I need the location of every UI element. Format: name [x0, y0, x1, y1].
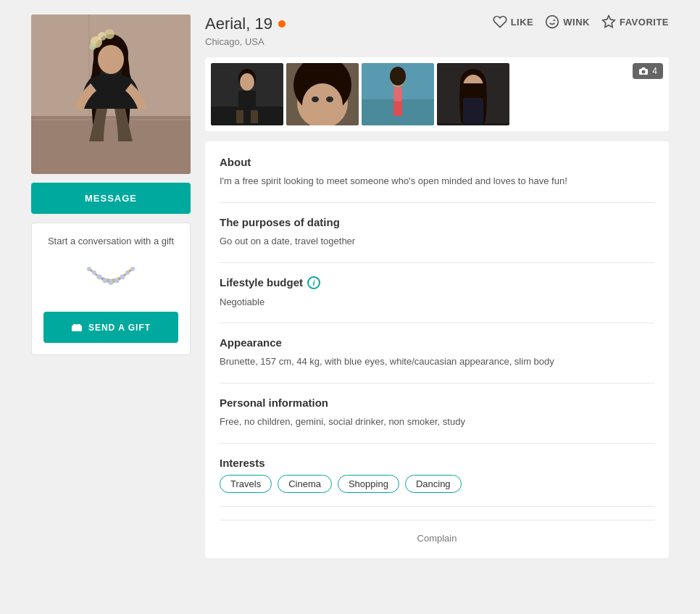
svg-point-17 [114, 278, 120, 283]
svg-point-7 [98, 45, 124, 74]
svg-point-59 [642, 70, 646, 74]
photo-thumb-3[interactable] [362, 63, 434, 125]
right-column: Aerial, 19 Chicago, USA LIKE [205, 14, 669, 558]
svg-rect-38 [238, 91, 256, 111]
send-gift-label: SEND A GIFT [88, 323, 151, 333]
svg-rect-57 [437, 123, 509, 125]
online-indicator [278, 20, 286, 28]
svg-rect-29 [72, 325, 82, 331]
profile-photo [31, 14, 191, 174]
svg-point-22 [96, 274, 98, 276]
gift-image [82, 258, 140, 302]
svg-marker-33 [603, 16, 615, 28]
svg-rect-40 [251, 110, 258, 123]
favorite-label: FAVORITE [620, 17, 669, 28]
lifestyle-budget-section: Lifestyle budget i Negotiable [220, 276, 654, 324]
interest-tag-travels[interactable]: Travels [220, 475, 272, 493]
svg-point-52 [390, 67, 406, 86]
wink-label: WINK [563, 17, 590, 28]
interests-title: Interests [220, 457, 654, 469]
complain-link[interactable]: Complain [417, 533, 457, 544]
profile-name-row: Aerial, 19 [205, 14, 286, 33]
photo-count: 4 [652, 66, 657, 76]
svg-point-28 [129, 270, 131, 272]
svg-point-31 [546, 16, 559, 28]
profile-identity: Aerial, 19 Chicago, USA [205, 14, 286, 47]
photo-thumb-4[interactable] [437, 63, 509, 125]
info-icon[interactable]: i [307, 276, 320, 289]
appearance-title: Appearance [220, 336, 654, 349]
interest-tag-shopping[interactable]: Shopping [338, 475, 399, 493]
action-buttons: LIKE WINK FAVORITE [493, 14, 669, 29]
svg-rect-50 [393, 87, 402, 101]
appearance-section: Appearance Brunette, 157 cm, 44 kg, with… [220, 336, 654, 383]
svg-point-11 [89, 43, 96, 50]
left-column: MESSAGE Start a conversation with a gift [31, 14, 191, 355]
svg-point-44 [302, 83, 343, 125]
send-gift-button[interactable]: SEND A GIFT [43, 312, 178, 343]
wink-icon [545, 14, 559, 29]
svg-point-37 [240, 73, 254, 91]
svg-point-15 [103, 278, 108, 283]
gift-icon [71, 320, 83, 334]
camera-icon [638, 67, 649, 75]
svg-rect-39 [236, 110, 243, 123]
gift-prompt-text: Start a conversation with a gift [43, 235, 178, 248]
profile-name: Aerial, 19 [205, 14, 272, 33]
lifestyle-budget-content: Negotiable [220, 295, 654, 310]
svg-point-46 [326, 96, 333, 102]
photo-thumb-2[interactable] [286, 63, 359, 125]
profile-page: MESSAGE Start a conversation with a gift [31, 14, 669, 558]
svg-rect-1 [31, 116, 191, 174]
profile-photo-image [31, 14, 191, 174]
svg-point-14 [97, 275, 102, 280]
favorite-button[interactable]: FAVORITE [601, 14, 669, 29]
about-title: About [220, 156, 654, 168]
profile-header: Aerial, 19 Chicago, USA LIKE [205, 14, 669, 47]
svg-point-45 [312, 96, 319, 102]
svg-rect-56 [463, 98, 483, 123]
lifestyle-budget-title: Lifestyle budget i [220, 276, 654, 289]
personal-info-title: Personal information [220, 397, 654, 409]
svg-point-25 [113, 281, 115, 283]
interest-tag-dancing[interactable]: Dancing [405, 475, 462, 493]
interest-tags: Travels Cinema Shopping Dancing [220, 475, 654, 493]
personal-info-section: Personal information Free, no children, … [220, 397, 654, 444]
svg-point-23 [101, 278, 104, 281]
interests-section: Interests Travels Cinema Shopping Dancin… [220, 457, 654, 507]
photos-grid: 4 [205, 57, 669, 131]
svg-point-10 [104, 29, 114, 39]
about-content: I'm a free spirit looking to meet someon… [220, 174, 654, 189]
like-button[interactable]: LIKE [493, 14, 534, 29]
svg-point-16 [108, 279, 114, 285]
message-button[interactable]: MESSAGE [31, 183, 191, 214]
svg-point-21 [91, 270, 93, 272]
svg-point-24 [107, 281, 109, 283]
svg-rect-51 [393, 101, 402, 116]
svg-point-20 [130, 267, 135, 271]
info-card: About I'm a free spirit looking to meet … [205, 141, 669, 558]
dating-purposes-section: The purposes of dating Go out on a date,… [220, 216, 654, 263]
wink-button[interactable]: WINK [545, 14, 590, 29]
photo-thumb-1[interactable] [211, 63, 283, 125]
profile-location: Chicago, USA [205, 36, 286, 47]
about-section: About I'm a free spirit looking to meet … [220, 156, 654, 203]
dating-purposes-title: The purposes of dating [220, 216, 654, 228]
heart-icon [493, 14, 507, 29]
svg-point-27 [124, 274, 126, 276]
appearance-content: Brunette, 157 cm, 44 kg, with blue eyes,… [220, 354, 654, 370]
gift-card: Start a conversation with a gift [31, 223, 191, 355]
dating-purposes-content: Go out on a date, travel together [220, 234, 654, 249]
star-icon [601, 14, 616, 29]
personal-info-content: Free, no children, gemini, social drinke… [220, 415, 654, 430]
svg-point-26 [119, 278, 121, 281]
like-label: LIKE [511, 17, 534, 28]
complain-section: Complain [220, 520, 654, 544]
interest-tag-cinema[interactable]: Cinema [278, 475, 332, 493]
photo-count-badge[interactable]: 4 [633, 63, 663, 79]
